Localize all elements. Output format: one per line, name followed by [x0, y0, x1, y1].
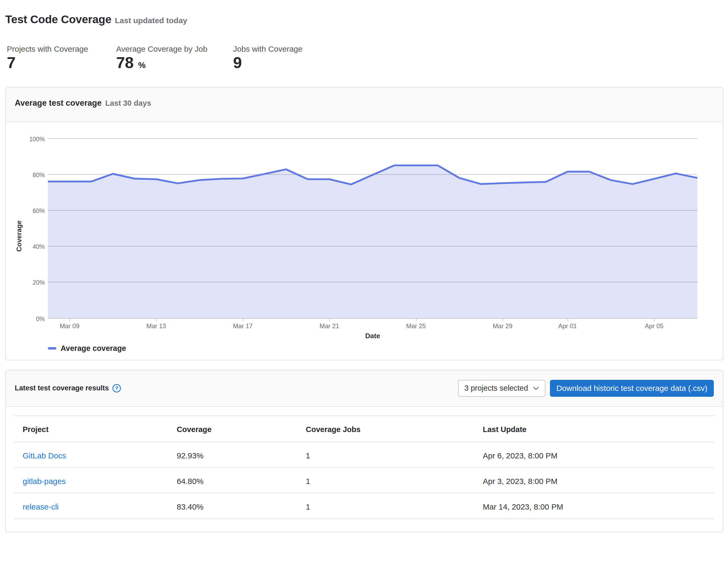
- svg-text:?: ?: [115, 385, 119, 391]
